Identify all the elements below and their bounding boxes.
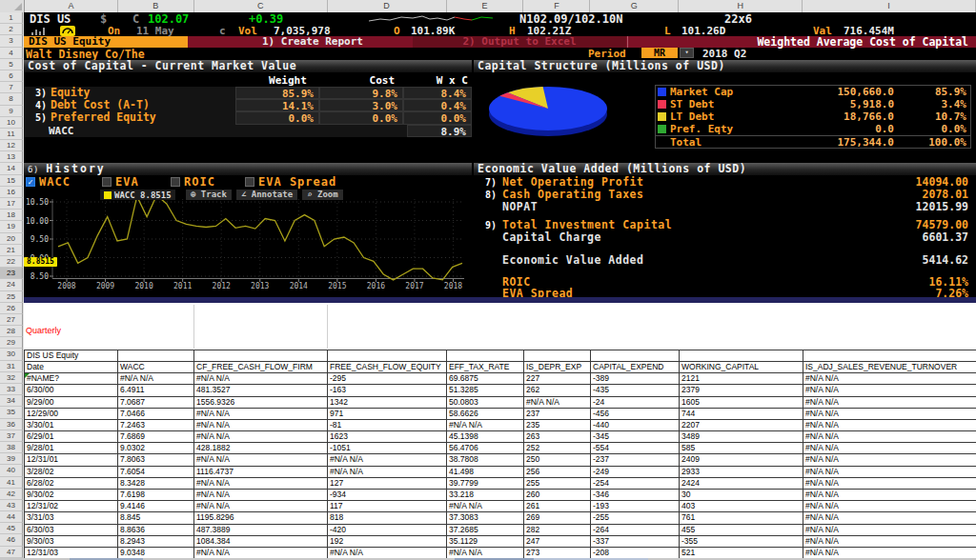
table-cell[interactable]: 260	[524, 490, 591, 501]
table-cell[interactable]: 12/31/02	[25, 501, 118, 512]
row-header-21[interactable]: 21	[0, 245, 23, 256]
table-cell[interactable]: #N/A N/A	[194, 431, 328, 443]
table-cell[interactable]: #N/A N/A	[803, 431, 976, 443]
table-cell[interactable]: #N/A N/A	[524, 397, 591, 409]
table-cell[interactable]: #N/A N/A	[803, 454, 976, 466]
chart-zoom-button[interactable]: ⌕ Zoom	[302, 190, 343, 200]
table-cell[interactable]: 37.3083	[447, 512, 524, 524]
table-cell[interactable]: -163	[328, 385, 447, 396]
table-cell[interactable]: 237	[524, 409, 591, 420]
toggle-eva-spread[interactable]: EVA Spread	[245, 175, 336, 188]
table-cell[interactable]: 247	[524, 536, 591, 548]
column-header-B[interactable]: B	[118, 0, 194, 12]
row-header-20[interactable]: 20	[0, 233, 23, 245]
table-cell[interactable]: 481.3527	[194, 385, 328, 396]
select-all-corner[interactable]	[0, 0, 25, 12]
toggle-eva[interactable]: EVA	[102, 175, 139, 188]
table-cell[interactable]: 127	[328, 478, 447, 490]
table-cell[interactable]: -295	[328, 373, 447, 385]
table-cell[interactable]: -255	[591, 512, 680, 524]
table-cell[interactable]: #N/A N/A	[194, 373, 328, 385]
table-cell[interactable]: -554	[591, 443, 680, 454]
row-header-36[interactable]: 36	[0, 419, 23, 430]
table-header-cell[interactable]: CAPITAL_EXPEND	[591, 362, 680, 373]
table-cell[interactable]	[328, 350, 447, 362]
table-cell[interactable]: -355	[680, 536, 803, 548]
table-cell[interactable]: 2933	[680, 467, 803, 478]
table-cell[interactable]: #N/A N/A	[194, 501, 328, 512]
table-cell[interactable]: 269	[524, 512, 591, 524]
table-cell[interactable]: 2424	[680, 478, 803, 490]
table-cell[interactable]: -254	[591, 478, 680, 490]
table-cell[interactable]: #N/A N/A	[803, 397, 976, 409]
table-cell[interactable]: 263	[524, 431, 591, 443]
table-cell[interactable]: 39.7799	[447, 478, 524, 490]
table-cell[interactable]: 761	[680, 512, 803, 524]
table-cell[interactable]: #N/A N/A	[803, 409, 976, 420]
table-cell[interactable]: 3/28/02	[25, 467, 118, 478]
table-cell[interactable]: 2121	[680, 373, 803, 385]
table-cell[interactable]: #N/A N/A	[803, 490, 976, 501]
table-cell[interactable]: 403	[680, 501, 803, 512]
table-cell[interactable]: 262	[524, 385, 591, 396]
table-cell[interactable]: #N/A N/A	[803, 548, 976, 559]
table-header-cell[interactable]: EFF_TAX_RATE	[447, 362, 524, 373]
table-cell[interactable]: 7.6054	[118, 467, 194, 478]
table-cell[interactable]: #N/A N/A	[803, 373, 976, 385]
table-cell[interactable]: 56.4706	[447, 443, 524, 454]
row-header-5[interactable]: 5	[0, 59, 23, 70]
row-header-6[interactable]: 6	[0, 70, 23, 82]
table-cell[interactable]: #N/A N/A	[328, 548, 447, 559]
row-header-46[interactable]: 46	[0, 534, 23, 546]
table-cell[interactable]: 282	[524, 525, 591, 536]
table-cell[interactable]: -346	[591, 490, 680, 501]
table-cell[interactable]: 8.845	[118, 512, 194, 524]
table-cell[interactable]: 1116.4737	[194, 467, 328, 478]
table-cell[interactable]: 9.0348	[118, 548, 194, 559]
table-cell[interactable]: 7.6869	[118, 431, 194, 443]
row-header-27[interactable]: 27	[0, 314, 23, 326]
table-cell[interactable]: -934	[328, 490, 447, 501]
row-header-31[interactable]: 31	[0, 361, 23, 372]
table-cell[interactable]: 30	[680, 490, 803, 501]
table-cell[interactable]: 6.4911	[118, 385, 194, 396]
table-cell[interactable]: 521	[680, 548, 803, 559]
row-header-37[interactable]: 37	[0, 430, 23, 442]
table-cell[interactable]: #NAME?	[25, 373, 118, 385]
table-cell[interactable]: #N/A N/A	[328, 467, 447, 478]
row-header-16[interactable]: 16	[0, 187, 23, 198]
row-header-13[interactable]: 13	[0, 151, 23, 163]
table-cell[interactable]: 1195.8296	[194, 512, 328, 524]
row-header-9[interactable]: 9	[0, 106, 23, 117]
table-cell[interactable]: #N/A N/A	[803, 443, 976, 454]
table-cell[interactable]: 50.0803	[447, 397, 524, 409]
row-header-3[interactable]: 3	[0, 35, 23, 47]
create-report-button[interactable]: 1) Create Report	[262, 36, 363, 48]
row-header-25[interactable]: 25	[0, 291, 23, 303]
column-header-E[interactable]: E	[447, 0, 524, 12]
table-cell[interactable]: #N/A N/A	[803, 536, 976, 548]
row-header-19[interactable]: 19	[0, 221, 23, 232]
table-cell[interactable]: #N/A N/A	[447, 501, 524, 512]
table-cell[interactable]	[447, 350, 524, 362]
table-cell[interactable]: 585	[680, 443, 803, 454]
column-header-A[interactable]: A	[25, 0, 118, 12]
table-cell[interactable]: 45.1398	[447, 431, 524, 443]
row-header-42[interactable]: 42	[0, 489, 23, 500]
table-cell[interactable]: 3/31/03	[25, 512, 118, 524]
table-cell[interactable]: 6/29/01	[25, 431, 118, 443]
table-cell[interactable]: -456	[591, 409, 680, 420]
row-header-30[interactable]: 30	[0, 349, 23, 360]
table-cell[interactable]: #N/A N/A	[447, 420, 524, 431]
table-cell[interactable]: DIS US Equity	[25, 350, 118, 362]
table-cell[interactable]: 256	[524, 467, 591, 478]
table-cell[interactable]	[524, 350, 591, 362]
table-cell[interactable]: 818	[328, 512, 447, 524]
column-header-F[interactable]: F	[523, 0, 590, 12]
table-cell[interactable]: #N/A N/A	[447, 548, 524, 559]
table-cell[interactable]: -440	[591, 420, 680, 431]
row-header-28[interactable]: 28	[0, 326, 23, 337]
table-cell[interactable]: -1051	[328, 443, 447, 454]
column-header-C[interactable]: C	[194, 0, 328, 12]
table-cell[interactable]: 69.6875	[447, 373, 524, 385]
